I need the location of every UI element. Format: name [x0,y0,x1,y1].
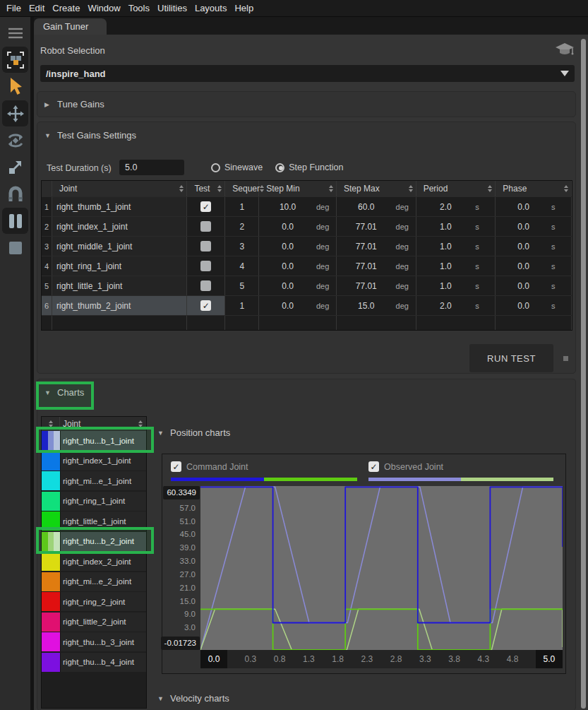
phase-field[interactable]: 0.0s [496,197,572,216]
joint-column-header[interactable]: Joint [60,417,146,431]
joint-name-cell[interactable]: right_middle_1_joint [52,237,188,256]
joint-name-cell[interactable]: right_thumb_1_joint [52,197,188,216]
rotate-tool-icon[interactable] [2,127,28,153]
stop-icon[interactable] [2,235,28,261]
joint-list-item[interactable]: right_mi...e_2_joint [42,572,146,591]
step-max-field[interactable]: 15.0deg [337,296,416,315]
test-duration-field[interactable]: 5.0 [119,160,184,175]
joint-list-item[interactable]: right_ring_2_joint [42,592,146,611]
joint-name-cell[interactable]: right_ring_1_joint [52,256,188,276]
period-field[interactable]: 2.0s [416,197,496,216]
joint-list-item[interactable]: right_index_2_joint [42,552,146,571]
joint-name-cell[interactable]: right_thumb_2_joint [52,296,188,315]
step-max-field[interactable]: 60.0deg [337,197,416,216]
joint-list-item[interactable]: right_thu...b_3_joint [42,632,146,651]
test-checkbox[interactable] [200,280,211,291]
step-max-field[interactable]: 77.01deg [337,217,416,236]
joint-list-item[interactable]: right_little_1_joint [42,511,146,531]
test-checkbox[interactable]: ✓ [200,300,211,311]
step-min-field[interactable]: 0.0deg [259,237,337,256]
joint-name-cell[interactable]: right_little_1_joint [52,276,188,295]
step-min-field[interactable]: 10.0deg [259,197,337,216]
period-field[interactable]: 1.0s [416,256,496,276]
test-gains-header[interactable]: Test Gains Settings [37,122,575,141]
sequence-cell[interactable]: 3 [225,237,259,256]
pointer-tool-icon[interactable] [2,73,28,100]
menu-item-help[interactable]: Help [234,3,253,13]
sequence-cell[interactable]: 4 [225,256,259,276]
field-value: 0.0 [496,242,551,252]
period-field[interactable]: 2.0s [416,296,496,315]
velocity-charts-header[interactable]: Velocity charts [157,693,229,704]
legend-checkbox[interactable]: ✓ [171,461,181,472]
test-checkbox[interactable] [200,221,211,232]
position-charts-header[interactable]: Position charts [157,427,230,438]
phase-field[interactable]: 0.0s [496,296,572,315]
tune-gains-header[interactable]: Tune Gains [37,92,575,110]
scale-tool-icon[interactable] [2,154,28,180]
phase-field[interactable]: 0.0s [496,237,572,256]
sequence-cell[interactable]: 5 [225,276,259,295]
y-tick-label: 3.0 [184,623,200,632]
joint-list-item[interactable]: right_thu...b_1_joint [42,431,146,450]
tab-gain-tuner[interactable]: Gain Tuner [34,18,107,35]
column-header-test[interactable]: Test [187,181,225,196]
charts-header[interactable]: Charts [37,379,575,398]
menu-item-utilities[interactable]: Utilities [157,3,187,13]
sequence-cell[interactable]: 2 [225,217,259,236]
joint-name-cell[interactable]: right_index_1_joint [52,217,188,236]
move-tool-icon[interactable] [2,100,28,126]
column-header-joint[interactable]: Joint [52,181,187,196]
joint-list-item[interactable]: right_little_2_joint [42,613,146,632]
step-min-field[interactable]: 0.0deg [259,256,337,276]
pause-icon[interactable] [2,208,28,234]
period-field[interactable]: 1.0s [416,217,496,236]
period-field[interactable]: 1.0s [416,237,496,256]
period-field[interactable]: 1.0s [416,276,496,295]
phase-field[interactable]: 0.0s [496,276,572,295]
run-test-button[interactable]: RUN TEST [469,344,553,372]
menu-item-create[interactable]: Create [52,3,80,13]
test-checkbox[interactable] [200,261,211,271]
radio-sinewave[interactable]: Sinewave [211,162,263,172]
column-header-phase[interactable]: Phase [496,181,572,196]
robot-selection-dropdown[interactable]: /inspire_hand [40,65,575,82]
step-max-field[interactable]: 77.01deg [337,276,416,295]
test-checkbox[interactable]: ✓ [200,201,211,212]
step-max-field[interactable]: 77.01deg [337,256,416,276]
test-checkbox-cell [187,217,225,236]
swatch-column-header[interactable] [42,417,60,431]
menu-item-edit[interactable]: Edit [29,3,44,13]
sequence-cell[interactable]: 1 [225,296,259,315]
menu-icon[interactable] [2,20,28,46]
graduation-cap-icon[interactable] [555,42,575,59]
column-header-period[interactable]: Period [416,181,496,196]
joint-list-item[interactable]: right_mi...e_1_joint [42,471,146,490]
selection-mode-icon[interactable] [2,47,28,73]
phase-field[interactable]: 0.0s [496,217,572,236]
column-header-sequer[interactable]: Sequer [225,181,259,196]
vertical-scrollbar[interactable] [581,39,586,709]
joint-list-item[interactable]: right_thu...b_2_joint [42,532,146,551]
test-checkbox[interactable] [200,241,211,252]
menu-item-tools[interactable]: Tools [128,3,150,13]
step-min-field[interactable]: 0.0deg [259,276,337,295]
column-header-label: Test [194,184,210,194]
column-header-step-max[interactable]: Step Max [337,181,416,196]
menu-item-layouts[interactable]: Layouts [195,3,227,13]
column-header-step-min[interactable]: Step Min [259,181,337,196]
table-row: 3right_middle_1_joint30.0deg77.01deg1.0s… [42,236,572,256]
sequence-cell[interactable]: 1 [225,197,259,216]
step-min-field[interactable]: 0.0deg [259,296,337,315]
step-max-field[interactable]: 77.01deg [337,237,416,256]
joint-list-item[interactable]: right_thu...b_4_joint [42,653,146,672]
legend-checkbox[interactable]: ✓ [368,461,379,472]
joint-list-item[interactable]: right_index_1_joint [42,451,146,471]
joint-list-item[interactable]: right_ring_1_joint [42,492,146,511]
radio-step-function[interactable]: Step Function [275,162,343,172]
menu-item-file[interactable]: File [6,3,21,13]
snap-tool-icon[interactable] [2,181,28,207]
step-min-field[interactable]: 0.0deg [259,217,337,236]
menu-item-window[interactable]: Window [88,3,120,13]
phase-field[interactable]: 0.0s [496,256,572,276]
